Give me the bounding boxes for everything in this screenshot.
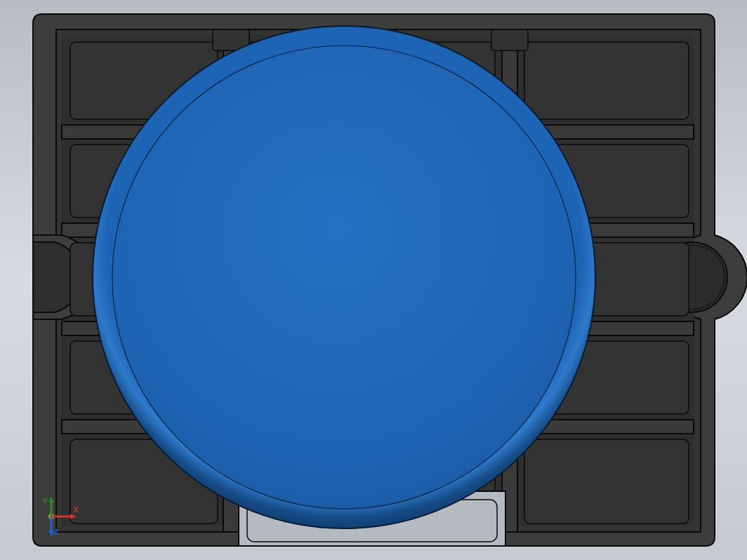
model-scene	[0, 0, 747, 560]
pocket-r1	[524, 42, 689, 119]
top-notch-right	[491, 29, 528, 51]
pocket-r5	[524, 439, 689, 524]
disc-fillet-line	[112, 46, 576, 509]
3d-viewport[interactable]: X Y Z	[0, 0, 747, 560]
